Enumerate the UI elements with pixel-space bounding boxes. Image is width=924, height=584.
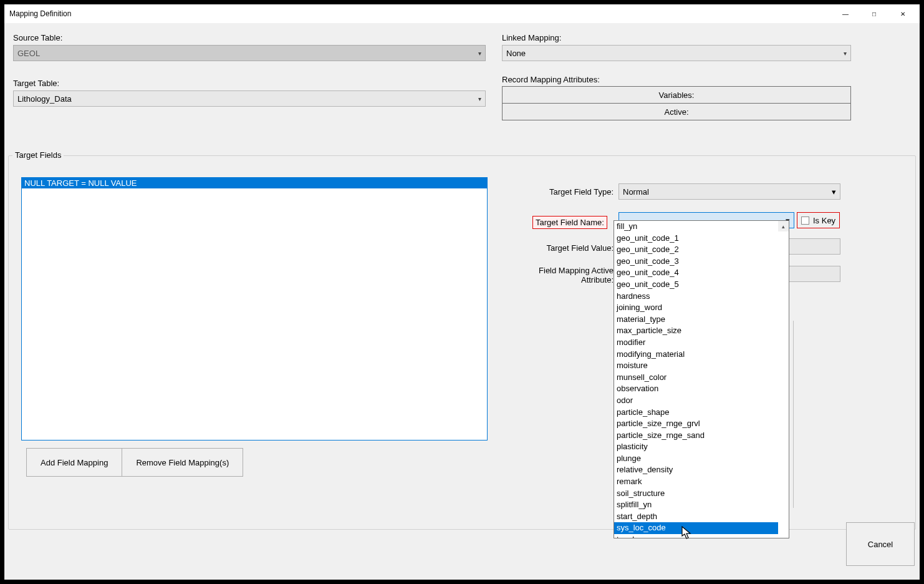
target-table-select[interactable]: Lithology_Data ▾ (13, 90, 486, 107)
target-fields-legend: Target Fields (12, 150, 64, 160)
cancel-button[interactable]: Cancel (846, 522, 915, 566)
add-field-mapping-button[interactable]: Add Field Mapping (26, 448, 122, 477)
active-label: Active: (664, 107, 688, 117)
linked-mapping-select[interactable]: None ▾ (502, 45, 851, 61)
dropdown-option[interactable]: joining_word (614, 302, 778, 314)
linked-mapping-panel: Linked Mapping: None ▾ Record Mapping At… (497, 27, 856, 148)
dropdown-option[interactable]: particle_shape (614, 407, 778, 419)
maximize-button[interactable]: □ (860, 4, 888, 23)
linked-mapping-label: Linked Mapping: (502, 33, 851, 42)
list-item[interactable]: NULL TARGET = NULL VALUE (22, 178, 487, 188)
dropdown-option[interactable]: remark (614, 476, 778, 488)
field-mapping-listbox[interactable]: NULL TARGET = NULL VALUE (21, 177, 488, 440)
dropdown-option[interactable]: geo_unit_code_3 (614, 256, 778, 268)
linked-mapping-value: None (506, 49, 526, 58)
dropdown-option[interactable]: toughness (614, 534, 778, 538)
dropdown-option[interactable]: geo_unit_code_4 (614, 267, 778, 279)
dropdown-option[interactable]: max_particle_size (614, 325, 778, 337)
dropdown-option[interactable]: odor (614, 395, 778, 407)
target-field-name-dropdown[interactable]: ▴ fill_yngeo_unit_code_1geo_unit_code_2g… (614, 220, 789, 538)
variables-row[interactable]: Variables: (502, 86, 851, 104)
target-field-value-label: Target Field Value: (514, 243, 614, 253)
active-row[interactable]: Active: (502, 103, 851, 120)
field-mapping-active-label: Field Mapping Active Attribute: (508, 266, 614, 285)
variables-label: Variables: (659, 90, 695, 100)
dropdown-option[interactable]: munsell_color (614, 372, 778, 384)
chevron-down-icon: ▾ (478, 50, 481, 57)
dropdown-option[interactable]: particle_size_rnge_grvl (614, 418, 778, 430)
dropdown-option[interactable]: sys_loc_code (614, 522, 778, 534)
close-button[interactable]: ✕ (888, 4, 917, 23)
dropdown-option[interactable]: splitfill_yn (614, 499, 778, 511)
dropdown-option[interactable]: plunge (614, 453, 778, 465)
is-key-container[interactable]: Is Key (797, 212, 840, 228)
titlebar: Mapping Definition — □ ✕ (4, 4, 920, 23)
mapping-button-row: Add Field Mapping Remove Field Mapping(s… (26, 448, 243, 477)
source-table-value: GEOL (17, 49, 40, 58)
remove-field-mapping-button[interactable]: Remove Field Mapping(s) (122, 448, 243, 477)
dropdown-option[interactable]: modifier (614, 337, 778, 349)
dropdown-option[interactable]: geo_unit_code_2 (614, 244, 778, 256)
dropdown-option[interactable]: moisture (614, 360, 778, 372)
chevron-down-icon: ▾ (844, 50, 847, 57)
source-target-panel: Source Table: GEOL ▾ Target Table: Litho… (8, 27, 491, 148)
target-table-value: Lithology_Data (17, 94, 72, 104)
cancel-label: Cancel (868, 540, 893, 549)
dropdown-option[interactable]: particle_size_rnge_sand (614, 430, 778, 442)
dropdown-option[interactable]: soil_structure (614, 488, 778, 500)
dropdown-option[interactable]: geo_unit_code_5 (614, 279, 778, 291)
scroll-up-icon[interactable]: ▴ (778, 221, 789, 231)
dropdown-option[interactable]: geo_unit_code_1 (614, 233, 778, 245)
is-key-checkbox[interactable] (801, 217, 809, 225)
record-mapping-attributes-label: Record Mapping Attributes: (502, 75, 851, 84)
target-field-type-select[interactable]: Normal ▾ (618, 183, 840, 200)
chevron-down-icon: ▾ (478, 95, 481, 102)
dropdown-option[interactable]: fill_yn (614, 221, 778, 233)
dropdown-option[interactable]: hardness (614, 291, 778, 303)
chevron-down-icon: ▾ (832, 187, 836, 197)
is-key-label: Is Key (813, 216, 835, 225)
source-table-label: Source Table: (13, 33, 486, 42)
dropdown-option[interactable]: material_type (614, 314, 778, 326)
target-field-type-value: Normal (623, 187, 649, 197)
dropdown-option[interactable]: modifying_material (614, 349, 778, 361)
window-title: Mapping Definition (9, 9, 831, 18)
source-table-select: GEOL ▾ (13, 45, 486, 61)
dropdown-option[interactable]: start_depth (614, 511, 778, 523)
target-table-label: Target Table: (13, 79, 486, 88)
minimize-button[interactable]: — (831, 4, 860, 23)
dropdown-option[interactable]: observation (614, 383, 778, 395)
dropdown-option[interactable]: plasticity (614, 441, 778, 453)
target-field-type-label: Target Field Type: (514, 187, 614, 197)
dropdown-option[interactable]: relative_density (614, 464, 778, 476)
target-field-name-label: Target Field Name: (532, 216, 607, 229)
